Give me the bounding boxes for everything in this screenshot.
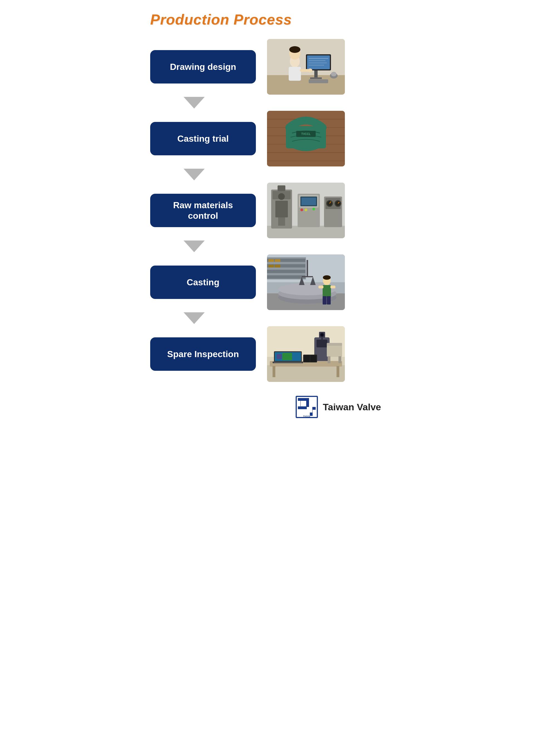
process-image-raw-materials bbox=[267, 183, 345, 238]
process-image-casting-trial: TVCCL bbox=[267, 111, 345, 167]
arrow-down-icon-2 bbox=[184, 169, 205, 180]
svg-rect-61 bbox=[268, 265, 274, 267]
svg-rect-62 bbox=[275, 265, 280, 267]
svg-rect-81 bbox=[337, 366, 339, 377]
svg-rect-40 bbox=[301, 198, 316, 205]
svg-rect-72 bbox=[323, 296, 326, 305]
arrow-3 bbox=[150, 240, 384, 252]
arrow-down-icon-4 bbox=[184, 312, 205, 324]
footer-area: TVCCL Taiwan Valve bbox=[150, 396, 384, 418]
svg-point-16 bbox=[308, 68, 312, 72]
arrow-4 bbox=[150, 312, 384, 324]
svg-point-70 bbox=[323, 275, 331, 280]
process-row-drawing-design: Drawing design bbox=[150, 39, 384, 94]
tvccl-text: TVCCL bbox=[303, 415, 311, 418]
process-image-spare-inspection bbox=[267, 326, 345, 382]
svg-rect-87 bbox=[274, 362, 302, 363]
svg-point-41 bbox=[312, 208, 315, 210]
svg-rect-93 bbox=[321, 338, 323, 340]
svg-rect-80 bbox=[272, 366, 275, 377]
svg-rect-58 bbox=[267, 275, 305, 279]
process-list: Drawing design bbox=[150, 39, 384, 382]
process-box-raw-materials: Raw materials control bbox=[150, 194, 256, 227]
process-box-casting: Casting bbox=[150, 265, 256, 299]
process-box-casting-trial: Casting trial bbox=[150, 122, 256, 155]
process-image-drawing-design bbox=[267, 39, 345, 94]
page-title: Production Process bbox=[150, 11, 384, 28]
process-image-casting bbox=[267, 255, 345, 310]
svg-rect-85 bbox=[277, 354, 282, 359]
process-row-spare-inspection: Spare Inspection bbox=[150, 326, 384, 382]
svg-point-92 bbox=[321, 334, 323, 336]
company-name: Taiwan Valve bbox=[323, 402, 381, 413]
svg-rect-78 bbox=[267, 365, 345, 382]
svg-rect-97 bbox=[339, 356, 341, 363]
process-row-casting-trial: Casting trial bbox=[150, 111, 384, 167]
svg-text:TVCCL: TVCCL bbox=[301, 132, 310, 136]
svg-rect-75 bbox=[330, 285, 335, 288]
arrow-2 bbox=[150, 169, 384, 180]
svg-rect-84 bbox=[282, 353, 292, 360]
svg-rect-94 bbox=[327, 344, 342, 357]
svg-rect-14 bbox=[289, 67, 301, 81]
svg-rect-108 bbox=[306, 398, 309, 407]
svg-point-43 bbox=[305, 208, 307, 211]
process-label-casting-trial: Casting trial bbox=[177, 133, 229, 144]
process-label-casting: Casting bbox=[187, 277, 219, 287]
process-label-raw-materials: Raw materials control bbox=[173, 200, 233, 221]
svg-rect-33 bbox=[275, 201, 288, 217]
svg-rect-59 bbox=[268, 259, 274, 262]
svg-rect-60 bbox=[275, 259, 280, 262]
process-box-spare-inspection: Spare Inspection bbox=[150, 338, 256, 371]
svg-point-18 bbox=[331, 72, 337, 76]
process-row-raw-materials: Raw materials control bbox=[150, 183, 384, 238]
svg-rect-5 bbox=[307, 55, 330, 69]
process-row-casting: Casting bbox=[150, 255, 384, 310]
tvccl-logo: TVCCL bbox=[296, 396, 318, 418]
svg-rect-35 bbox=[278, 217, 285, 226]
arrow-1 bbox=[150, 97, 384, 109]
process-box-drawing-design: Drawing design bbox=[150, 50, 256, 84]
svg-rect-3 bbox=[310, 77, 322, 79]
svg-rect-74 bbox=[318, 285, 323, 288]
svg-rect-10 bbox=[309, 79, 328, 83]
svg-point-13 bbox=[289, 46, 300, 53]
svg-rect-71 bbox=[323, 285, 331, 298]
svg-rect-109 bbox=[301, 401, 306, 406]
svg-rect-95 bbox=[327, 343, 342, 346]
svg-rect-110 bbox=[307, 407, 312, 413]
svg-rect-73 bbox=[327, 296, 331, 305]
process-label-drawing-design: Drawing design bbox=[170, 62, 236, 72]
svg-rect-36 bbox=[278, 185, 285, 191]
svg-rect-89 bbox=[317, 339, 327, 347]
svg-rect-96 bbox=[328, 356, 330, 363]
arrow-down-icon-3 bbox=[184, 240, 205, 252]
svg-point-42 bbox=[300, 208, 303, 211]
svg-rect-57 bbox=[267, 270, 305, 273]
svg-point-34 bbox=[278, 193, 285, 200]
svg-rect-107 bbox=[298, 406, 307, 409]
logo-container: TVCCL Taiwan Valve bbox=[296, 396, 381, 418]
process-label-spare-inspection: Spare Inspection bbox=[167, 349, 239, 359]
arrow-down-icon bbox=[184, 97, 205, 109]
